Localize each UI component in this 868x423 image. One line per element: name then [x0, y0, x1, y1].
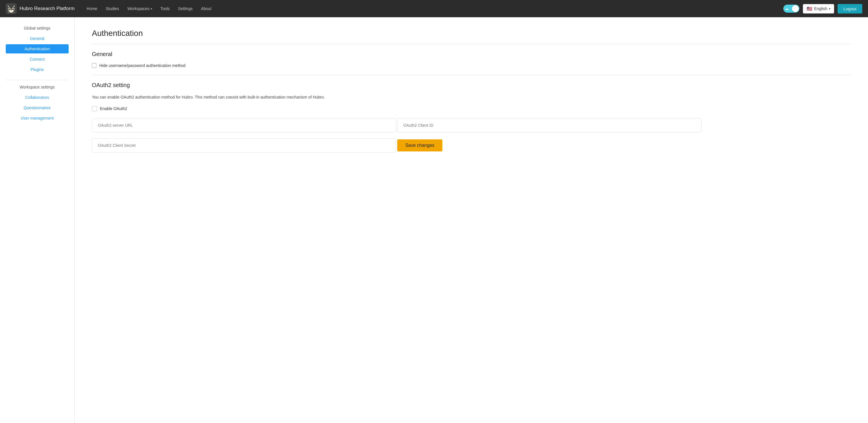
svg-point-10 — [9, 10, 13, 13]
svg-point-5 — [9, 9, 10, 9]
app-title: Hubro Research Platform — [20, 6, 74, 11]
svg-point-4 — [12, 8, 14, 10]
oauth2-client-secret-input[interactable] — [92, 138, 396, 152]
language-chevron-icon: ▾ — [829, 7, 830, 10]
oauth2-section: OAuth2 setting You can enable OAuth2 aut… — [92, 82, 851, 157]
workspace-settings-title: Workspace settings — [6, 85, 69, 89]
language-selector[interactable]: 🇺🇸 English ▾ — [803, 4, 834, 13]
workspace-settings-nav: Collaborators Questionnaires User manage… — [6, 93, 69, 123]
oauth2-client-id-input[interactable] — [397, 118, 702, 133]
brand: Hubro Research Platform — [6, 3, 74, 14]
flag-icon: 🇺🇸 — [807, 6, 812, 11]
nav-links: Home Studies Workspaces ▾ Tools Settings… — [83, 4, 783, 13]
general-section: General Hide username/password authentic… — [92, 51, 851, 68]
sidebar-item-collaborators[interactable]: Collaborators — [6, 93, 69, 102]
toggle-knob — [792, 5, 799, 12]
enable-oauth2-checkbox[interactable] — [92, 106, 97, 111]
nav-about[interactable]: About — [197, 4, 215, 13]
navbar: Hubro Research Platform Home Studies Wor… — [0, 0, 868, 17]
logout-button[interactable]: Logout — [838, 4, 862, 13]
oauth2-heading: OAuth2 setting — [92, 82, 851, 88]
sidebar-item-general[interactable]: General — [6, 34, 69, 43]
general-heading: General — [92, 51, 851, 57]
toggle-icon: ☁ — [785, 7, 788, 11]
sidebar-item-user-management[interactable]: User management — [6, 114, 69, 123]
page-title: Authentication — [92, 29, 851, 38]
navbar-right: ☁ 🇺🇸 English ▾ Logout — [783, 4, 862, 13]
theme-toggle[interactable]: ☁ — [783, 5, 799, 12]
language-label: English — [814, 6, 827, 11]
nav-studies[interactable]: Studies — [102, 4, 123, 13]
sidebar-item-plugins[interactable]: Plugins — [6, 65, 69, 74]
sidebar-divider — [6, 80, 69, 80]
hide-password-checkbox[interactable] — [92, 63, 96, 68]
nav-home[interactable]: Home — [83, 4, 101, 13]
svg-point-6 — [13, 9, 14, 9]
sidebar-item-connect[interactable]: Connect — [6, 55, 69, 64]
nav-workspaces[interactable]: Workspaces ▾ — [124, 4, 156, 13]
oauth2-divider — [92, 75, 851, 75]
workspaces-chevron-icon: ▾ — [151, 7, 152, 10]
nav-tools[interactable]: Tools — [157, 4, 174, 13]
hide-password-row: Hide username/password authentication me… — [92, 63, 851, 68]
top-divider — [92, 44, 851, 44]
global-settings-title: Global settings — [6, 26, 69, 30]
oauth2-description: You can enable OAuth2 authentication met… — [92, 94, 851, 100]
nav-settings[interactable]: Settings — [175, 4, 196, 13]
enable-oauth2-label[interactable]: Enable OAuth2 — [100, 106, 127, 111]
app-logo — [6, 3, 17, 14]
enable-oauth2-row: Enable OAuth2 — [92, 106, 851, 111]
hide-password-label[interactable]: Hide username/password authentication me… — [99, 63, 185, 68]
save-changes-button[interactable]: Save changes — [397, 139, 442, 151]
sidebar-item-authentication[interactable]: Authentication — [6, 44, 69, 53]
svg-point-3 — [9, 8, 10, 10]
sidebar: Global settings General Authentication C… — [0, 17, 74, 423]
sidebar-item-questionnaires[interactable]: Questionnaires — [6, 103, 69, 112]
main-container: Global settings General Authentication C… — [0, 17, 868, 423]
global-settings-nav: General Authentication Connect Plugins — [6, 34, 69, 74]
oauth2-server-url-input[interactable] — [92, 118, 396, 133]
content-area: Authentication General Hide username/pas… — [74, 17, 868, 423]
